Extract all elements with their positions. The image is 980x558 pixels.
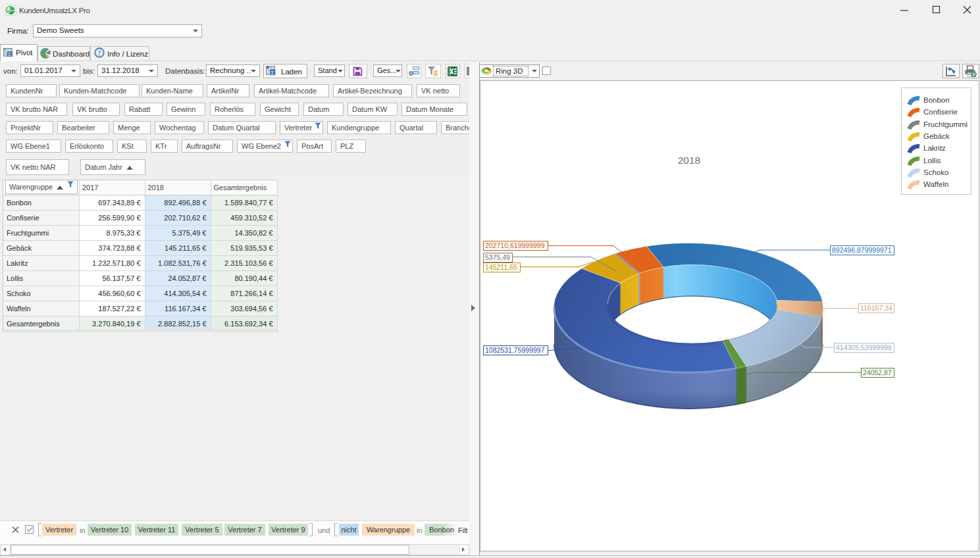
svg-text:?: ?: [97, 49, 101, 57]
svg-text:?: ?: [972, 72, 975, 78]
svg-text:Σ: Σ: [8, 51, 11, 57]
svg-text:Σ: Σ: [271, 70, 274, 76]
